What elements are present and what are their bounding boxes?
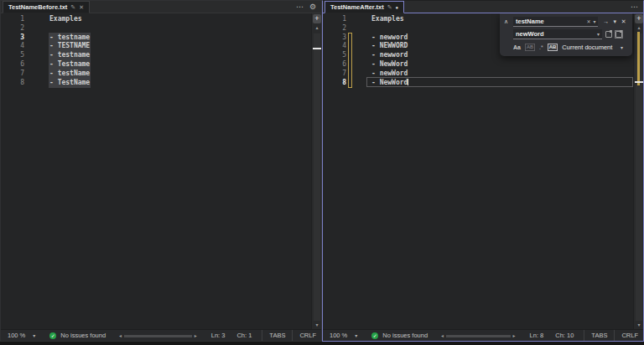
no-issues-check-icon: ✓ [49,332,56,339]
more-menu-icon[interactable]: ⋯ [296,3,304,11]
status-column: Ch: 10 [555,332,574,339]
zoom-dropdown-icon[interactable]: ▾ [355,332,357,338]
code-line[interactable]: 8- NewWord [323,79,643,88]
regex-icon[interactable]: .* [539,44,543,50]
code-line[interactable]: 2 [1,24,321,33]
tab-testnamebefore[interactable]: TestNameBefore.txt ✎ ✕ [3,1,90,13]
tab-bar: TestNameAfter.txt ✎ ● ⋯ [323,1,643,13]
vertical-scrollbar[interactable]: + ▴ ▾ [633,13,643,329]
replace-value: newWord [516,30,544,38]
screen: TestNameBefore.txt ✎ ✕ ⋯ ⚙ 1Examples23- … [0,0,644,345]
code-line[interactable]: 4- TESTNAME [1,42,321,51]
code-line[interactable]: 1Examples [1,15,321,24]
line-number: 7 [1,70,24,79]
vertical-scrollbar[interactable]: + ▴ ▾ [311,13,321,329]
line-text: - NEWWORD [371,42,408,51]
code-line[interactable]: 5- testname [1,51,321,60]
replace-one-icon[interactable] [605,31,612,38]
whole-word-icon[interactable]: AB [525,44,535,51]
hscroll-thumb[interactable] [446,335,510,337]
hscroll-thumb[interactable] [124,335,192,337]
unsaved-dot-icon[interactable]: ● [396,5,399,10]
scroll-down-icon[interactable]: ▾ [312,322,321,328]
scrollbar-track[interactable] [314,33,320,321]
zoom-level[interactable]: 100 % [1,332,25,339]
status-bar: 100 % ▾ ✓ No issues found ◂ ▸ Ln: 8 Ch: … [323,329,643,341]
replace-input[interactable]: newWord ▾ [513,29,602,39]
scroll-down-icon[interactable]: ▾ [634,322,643,328]
code-line[interactable]: 8- TestName [1,79,321,88]
scrollbar-plus-icon[interactable]: + [313,14,321,23]
caret-position-marker [635,81,643,83]
issues-status: No issues found [60,332,106,339]
close-panel-icon[interactable]: ✕ [619,17,628,27]
hscroll-left-icon[interactable]: ◂ [441,332,444,338]
status-column: Ch: 1 [236,332,252,339]
line-number: 4 [323,42,346,51]
more-menu-icon[interactable]: ⋯ [631,3,638,11]
line-text: - testName [49,70,90,79]
settings-gear-icon[interactable]: ⚙ [309,3,316,11]
modified-lines-marker [348,33,352,88]
line-number: 6 [1,60,24,70]
modified-overview-marker [637,32,640,85]
replace-row: newWord ▾ [513,29,628,39]
hscroll-left-icon[interactable]: ◂ [119,332,122,338]
find-replace-panel: ∧ testName ✕ ▾ → ▾ ✕ newWord ▾ [500,13,632,56]
scope-dropdown-icon[interactable]: ▾ [621,44,623,50]
code-lines: 1Examples23- testname4- TESTNAME5- testn… [1,13,321,87]
line-text: - newword [371,33,408,43]
tab-close-icon[interactable]: ✕ [79,4,84,10]
tab-title: TestNameBefore.txt [8,3,67,11]
search-scope-label[interactable]: Current document [562,44,612,51]
code-line[interactable]: 7- testName [1,70,321,79]
find-options-row: Aa AB .* AB Current document ▾ [513,42,628,52]
find-history-dropdown-icon[interactable]: ▾ [593,19,595,24]
tab-testnameafter[interactable]: TestNameAfter.txt ✎ ● [325,1,404,13]
edit-pen-icon: ✎ [387,4,392,10]
line-number: 2 [323,24,346,33]
find-next-button[interactable]: → [601,17,610,27]
line-text: Examples [371,15,404,24]
find-options-dropdown-icon[interactable]: ▾ [610,17,620,27]
mode-badge-icon[interactable]: AB [548,44,558,51]
status-line-ending[interactable]: CRLF [614,330,643,341]
scrollbar-plus-icon[interactable]: + [635,14,643,23]
replace-history-dropdown-icon[interactable]: ▾ [597,32,600,37]
window-actions: ⋯ [631,1,643,13]
find-value: testName [516,18,544,25]
line-text: - NewWord [371,79,408,88]
scroll-up-icon[interactable]: ▴ [634,24,643,31]
editor-area[interactable]: 1Examples23- newword4- NEWWORD5- newword… [323,13,643,329]
line-number: 3 [1,33,24,43]
code-line[interactable]: 7- newWord [323,70,643,79]
status-line-ending[interactable]: CRLF [292,330,321,341]
status-indent-mode[interactable]: TABS [262,330,292,341]
code-line[interactable]: 6- NewWord [323,60,643,70]
horizontal-scrollbar[interactable] [124,332,192,339]
zoom-dropdown-icon[interactable]: ▾ [33,332,35,338]
line-text: - newword [371,51,408,60]
line-number: 1 [1,15,24,24]
match-case-icon[interactable]: Aa [513,44,521,50]
window-actions: ⋯ ⚙ [296,1,321,13]
editor-area[interactable]: 1Examples23- testname4- TESTNAME5- testn… [1,13,321,329]
scroll-up-icon[interactable]: ▴ [312,24,321,31]
issues-status: No issues found [382,332,428,339]
line-text: - testname [49,33,90,43]
zoom-level[interactable]: 100 % [323,332,347,339]
edit-pen-icon: ✎ [70,4,75,10]
clear-find-icon[interactable]: ✕ [586,19,590,24]
line-number: 6 [323,60,346,70]
code-line[interactable]: 3- testname [1,33,321,43]
replace-all-icon[interactable] [615,31,622,38]
hscroll-right-icon[interactable]: ▸ [195,332,197,338]
code-line[interactable]: 6- Testname [1,60,321,70]
status-indent-mode[interactable]: TABS [584,330,614,341]
line-number: 3 [323,33,346,43]
hscroll-right-icon[interactable]: ▸ [513,332,516,338]
collapse-panel-icon[interactable]: ∧ [504,18,508,25]
find-input[interactable]: testName ✕ ▾ [513,17,598,27]
horizontal-scrollbar[interactable] [446,332,510,339]
line-number: 4 [1,42,24,51]
